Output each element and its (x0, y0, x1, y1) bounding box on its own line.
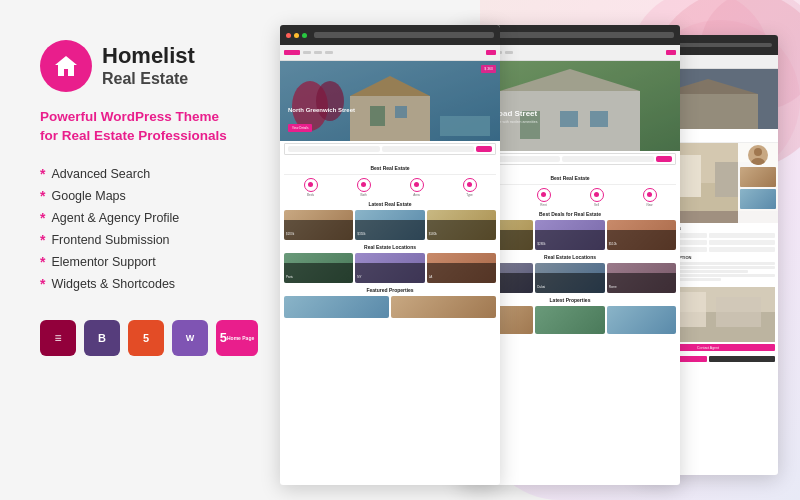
badge-html5: 5 (128, 320, 164, 356)
location-card[interactable]: Paris (284, 253, 353, 283)
left-panel: Homelist Real Estate Powerful WordPress … (0, 0, 260, 500)
feature-item-3: Agent & Agency Profile (40, 210, 230, 226)
badge-woocommerce: W (172, 320, 208, 356)
svg-point-34 (754, 148, 762, 156)
badge-pages: 5 Home Page (216, 320, 258, 356)
feature-item-1: Advanced Search (40, 166, 230, 182)
property-cards-row1: $200k $350k $180k (284, 210, 496, 240)
mockup-1-header (280, 25, 500, 45)
badges-row: ≡ B 5 W 5 Home Page (40, 320, 230, 356)
property-card[interactable]: $350k (355, 210, 424, 240)
nav-button[interactable] (486, 50, 496, 55)
home-icon (52, 52, 80, 80)
brand-subtitle: Real Estate (102, 69, 195, 88)
window-dot-yellow (294, 33, 299, 38)
detail-sidebar (738, 143, 778, 223)
window-dot-red (286, 33, 291, 38)
mockup-1-content: Best Real Estate Beds Bath (280, 157, 500, 325)
logo-area: Homelist Real Estate (40, 40, 230, 92)
location-card[interactable]: LA (427, 253, 496, 283)
page-wrapper: Homelist Real Estate Powerful WordPress … (0, 0, 800, 500)
url-bar (314, 32, 494, 38)
logo-text: Homelist Real Estate (102, 44, 195, 87)
mockup-main: North Greenwich Street View Details $ 36… (280, 25, 500, 485)
brand-name: Homelist (102, 44, 195, 68)
feature-item-5: Elementor Support (40, 254, 230, 270)
nav-logo (284, 50, 300, 55)
featured-cards (284, 296, 496, 318)
tagline: Powerful WordPress Theme for Real Estate… (40, 108, 230, 146)
location-cards: Paris NY LA (284, 253, 496, 283)
mockup-1-hero-text: North Greenwich Street View Details (288, 107, 355, 133)
property-card[interactable]: $180k (427, 210, 496, 240)
feature-item-2: Google Maps (40, 188, 230, 204)
search-button[interactable] (476, 146, 492, 152)
property-card[interactable]: $200k (284, 210, 353, 240)
svg-rect-39 (716, 297, 761, 327)
features-list: Advanced Search Google Maps Agent & Agen… (40, 166, 230, 292)
mockup-1-nav (280, 45, 500, 61)
tagline-line1: Powerful WordPress Theme (40, 109, 219, 124)
badge-bootstrap: B (84, 320, 120, 356)
search-bar[interactable] (284, 143, 496, 155)
thumbnail-1[interactable] (740, 167, 776, 187)
price-badge: $ 360 (481, 65, 496, 73)
feature-item-6: Widgets & Shortcodes (40, 276, 230, 292)
right-panel: North Greenwich Street View Details $ 36… (260, 0, 800, 500)
svg-point-35 (751, 158, 765, 165)
logo-icon (40, 40, 92, 92)
badge-elementor: ≡ (40, 320, 76, 356)
featured-card[interactable] (391, 296, 496, 318)
feature-item-4: Frontend Submission (40, 232, 230, 248)
favorite-btn[interactable] (709, 356, 775, 362)
feature-icons: Beds Bath Area Type (284, 178, 496, 197)
featured-card[interactable] (284, 296, 389, 318)
thumbnail-2[interactable] (740, 189, 776, 209)
agent-avatar (748, 145, 768, 165)
tagline-line2: for Real Estate Professionals (40, 128, 227, 143)
mockup-container: North Greenwich Street View Details $ 36… (260, 15, 790, 485)
window-dot-green (302, 33, 307, 38)
location-card[interactable]: NY (355, 253, 424, 283)
mockup-1-hero: North Greenwich Street View Details $ 36… (280, 61, 500, 141)
